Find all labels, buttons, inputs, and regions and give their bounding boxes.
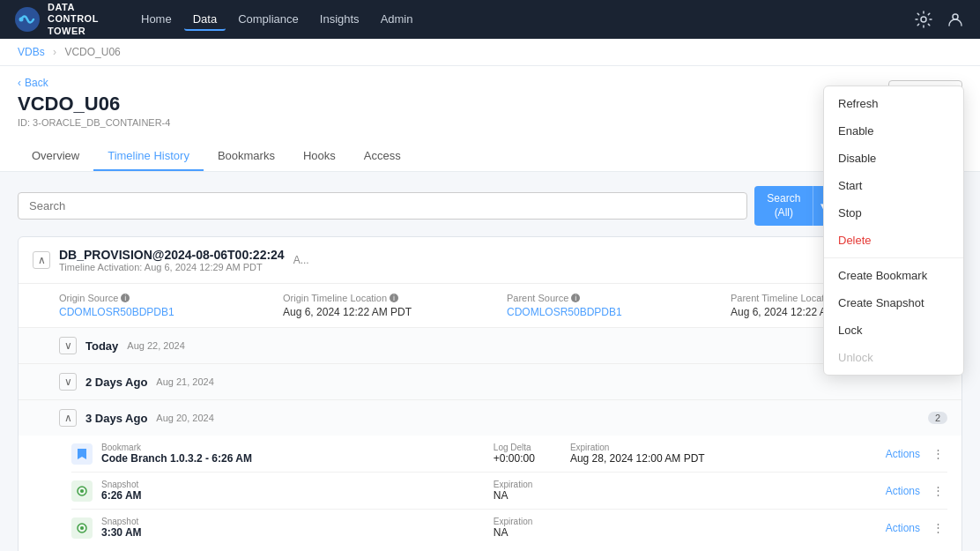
actions-dropdown-menu: Refresh Enable Disable Start Stop Delete…: [823, 86, 964, 376]
menu-item-start[interactable]: Start: [824, 172, 963, 199]
menu-item-create-bookmark[interactable]: Create Bookmark: [824, 262, 963, 289]
menu-item-unlock: Unlock: [824, 344, 963, 371]
menu-item-lock[interactable]: Lock: [824, 316, 963, 344]
menu-item-disable[interactable]: Disable: [824, 145, 963, 172]
menu-item-enable[interactable]: Enable: [824, 117, 963, 145]
menu-item-create-snapshot[interactable]: Create Snapshot: [824, 289, 963, 316]
menu-item-delete[interactable]: Delete: [824, 227, 963, 254]
dropdown-divider: [824, 257, 963, 258]
menu-item-refresh[interactable]: Refresh: [824, 90, 963, 117]
menu-item-stop[interactable]: Stop: [824, 199, 963, 227]
